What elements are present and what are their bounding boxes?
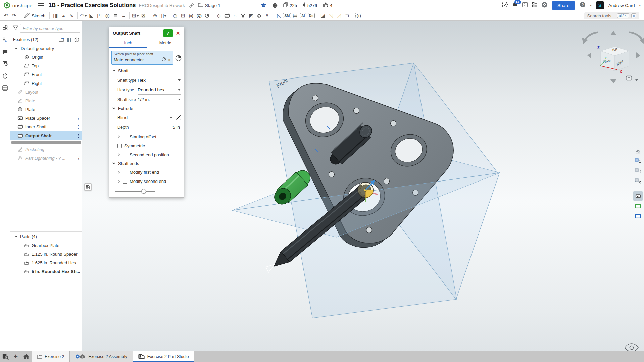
right-variables-icon[interactable] xyxy=(633,176,643,186)
toolbar-color-cube-icon[interactable]: ◩ xyxy=(247,12,255,20)
view-right-arrow[interactable] xyxy=(636,52,640,58)
part-1-625-in-rounded-hex[interactable]: 1.625 in. Rounded Hex ... xyxy=(10,258,82,267)
strip-bom-icon[interactable] xyxy=(2,85,8,91)
end-type-dropdown[interactable]: Blind xyxy=(117,113,173,122)
toolbar-fillet-icon[interactable]: ◠ xyxy=(79,12,87,20)
feature-top[interactable]: Top xyxy=(10,61,82,70)
dropdown[interactable]: Hex xyxy=(138,75,181,85)
section-extrude[interactable]: Extrude xyxy=(112,104,181,113)
toolbar-revolve-icon[interactable]: ◕ xyxy=(59,12,67,20)
feature-front[interactable]: Front xyxy=(10,70,82,79)
checkbox-modify-first-end[interactable]: Modify first end xyxy=(117,168,181,177)
toolbar-thicken-icon[interactable]: ⊐ xyxy=(343,12,351,20)
strip-insert-element-icon[interactable] xyxy=(2,36,8,43)
toolbar-mate-connector-tool-icon[interactable] xyxy=(203,12,211,20)
toolbar-modify-fillet-icon[interactable]: ◷ xyxy=(171,12,179,20)
onshape-logo[interactable]: onshape xyxy=(3,2,33,9)
toolbar-sheet-metal-model-icon[interactable]: SM xyxy=(283,12,291,20)
toolbar-chamfer-icon[interactable]: ◣ xyxy=(87,12,95,20)
rotate-ccw-arrow[interactable] xyxy=(585,32,598,40)
feature-pocketing[interactable]: Pocketing xyxy=(10,145,82,154)
parts-header[interactable]: Parts (4) xyxy=(10,232,82,241)
tab-exercise-2-assembly[interactable]: Exercise 2 Assembly xyxy=(70,351,133,362)
feature-plate-sketch[interactable]: Plate xyxy=(10,96,82,105)
toolbar-drawing-studio-icon[interactable]: Ds xyxy=(307,12,315,20)
sketch-point-selection-box[interactable]: Sketch point to place shaft Mate connect… xyxy=(111,51,173,65)
checkbox-box[interactable] xyxy=(123,179,127,184)
toolbar-undo-icon[interactable]: ↶ xyxy=(2,12,10,20)
toolbar-delete-face-icon[interactable]: ⊟ xyxy=(179,12,187,20)
slider-knob[interactable] xyxy=(141,189,146,194)
section-shaft-ends[interactable]: Shaft ends xyxy=(112,159,181,168)
strip-panel-toggle-icon[interactable] xyxy=(2,24,8,31)
checkbox-symmetric[interactable]: Symmetric xyxy=(117,141,181,150)
toolbar-funnel-tool-icon[interactable]: ⊻ xyxy=(263,12,271,20)
part-1-125-in-round-spacer[interactable]: 1.125 in. Round Spacer xyxy=(10,250,82,258)
flip-direction-icon[interactable] xyxy=(176,115,181,120)
toolbar-fold-icon[interactable]: ◪ xyxy=(319,12,327,20)
toolbar-mirror-icon[interactable]: ⊠ xyxy=(139,12,147,20)
section-shaft[interactable]: Shaft xyxy=(112,67,181,75)
toolbar-shell-icon[interactable]: ◰ xyxy=(95,12,103,20)
feature-inner-shaft[interactable]: Inner Shaft ⋮ xyxy=(10,122,82,131)
avatar[interactable]: S xyxy=(596,1,604,9)
filter-input[interactable] xyxy=(20,24,80,33)
toolbar-boolean-icon[interactable]: ⊛ xyxy=(151,12,159,20)
confirm-button[interactable]: ✓ xyxy=(163,29,173,37)
view-left-arrow[interactable] xyxy=(587,52,591,58)
dropdown[interactable]: Rounded hex xyxy=(138,85,181,95)
toolbar-corner-icon[interactable]: ◹ xyxy=(327,12,335,20)
toolbar-split-icon[interactable]: ◫ xyxy=(159,12,167,20)
checkbox-box[interactable] xyxy=(123,135,127,139)
toolbar-sheet-metal-icon[interactable]: ◺ xyxy=(275,12,283,20)
breadcrumb-folder[interactable]: Stage 1 xyxy=(198,3,221,8)
toolbar-redo-icon[interactable]: ↷ xyxy=(10,12,18,20)
cancel-button[interactable]: × xyxy=(174,29,182,37)
right-standard-content-icon[interactable] xyxy=(633,201,643,211)
feature-menu-dots[interactable]: ⋮ xyxy=(76,116,81,121)
toolbar-sheet-flange-icon[interactable]: ▤ xyxy=(291,12,299,20)
rotate-cw-arrow[interactable] xyxy=(629,32,643,40)
feature-menu-dots[interactable]: ⋮ xyxy=(76,133,81,138)
checkbox-box[interactable] xyxy=(117,144,122,148)
toolbar-extrude-icon[interactable]: ◨ xyxy=(51,12,59,20)
toolbar-rib-icon[interactable]: ◒ xyxy=(119,12,128,20)
view-cube[interactable]: Top Front Right Z X Y xyxy=(582,31,644,83)
right-bom-table-icon[interactable] xyxy=(633,156,643,166)
strip-history-icon[interactable] xyxy=(2,72,8,79)
view-up-arrow[interactable] xyxy=(610,31,616,35)
toolbar-thread-icon[interactable]: ≣ xyxy=(111,12,119,20)
featurescript-check-icon[interactable] xyxy=(501,2,508,9)
depth-input[interactable]: 5 in xyxy=(138,122,181,132)
followers-stat[interactable]: 5276 xyxy=(303,2,317,8)
right-custom-features-icon[interactable] xyxy=(633,191,643,201)
collapse-tree-button[interactable] xyxy=(84,183,92,191)
checkbox-starting-offset[interactable]: Starting offset xyxy=(117,132,181,141)
feature-plate-extrude[interactable]: Plate xyxy=(10,105,82,114)
copies-stat[interactable]: 225 xyxy=(283,2,297,8)
tab-metric[interactable]: Metric xyxy=(147,39,184,48)
toolbar-custom-feature-2-icon[interactable] xyxy=(239,12,247,20)
toolbar-custom-feature-1-icon[interactable] xyxy=(223,12,231,20)
feature-default-geometry[interactable]: Default geometry xyxy=(10,44,82,53)
toolbar-linear-pattern-icon[interactable]: ⊞ xyxy=(131,12,139,20)
share-button[interactable]: Share xyxy=(552,1,575,10)
tab-inch[interactable]: Inch xyxy=(109,39,147,48)
home-icon[interactable] xyxy=(21,351,32,362)
toolbar-variable-icon[interactable]: (x) xyxy=(187,12,195,20)
toolbar-hole-icon[interactable]: ◎ xyxy=(103,12,111,20)
suppress-pause-icon[interactable] xyxy=(67,38,71,42)
feature-part-lightening[interactable]: Part Lightening - ? ... ⋮ xyxy=(10,154,82,162)
toolbar-insert-feature-icon[interactable]: (+) xyxy=(355,12,363,20)
view-options-caret-icon[interactable] xyxy=(635,79,638,81)
filter-funnel-icon[interactable] xyxy=(13,25,18,32)
right-configurations-icon[interactable] xyxy=(633,166,643,176)
feature-plate-spacer[interactable]: Plate Spacer ⋮ xyxy=(10,114,82,122)
feature-right[interactable]: Right xyxy=(10,79,82,88)
feature-origin[interactable]: Origin xyxy=(10,53,82,61)
search-tabs-icon[interactable] xyxy=(0,351,11,362)
new-folder-icon[interactable] xyxy=(59,37,64,42)
part-5-in-rounded-hex-sh[interactable]: 5 In. Rounded Hex Sh... xyxy=(10,267,82,276)
tab-exercise-2-part-studio[interactable]: Exercise 2 Part Studio xyxy=(133,351,195,362)
main-menu-icon[interactable] xyxy=(38,3,44,8)
